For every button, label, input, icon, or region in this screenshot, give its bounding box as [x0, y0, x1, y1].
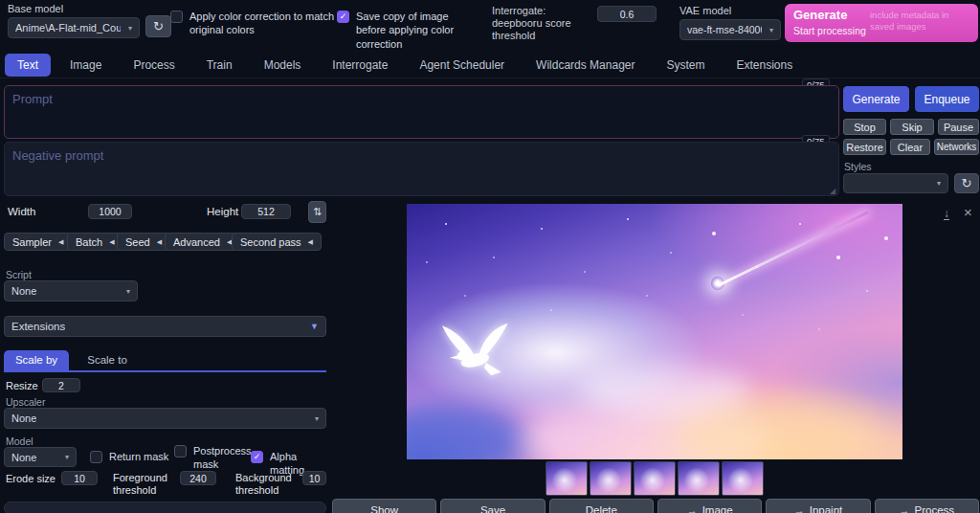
gallery-thumbnail[interactable] [634, 461, 676, 496]
restore-button[interactable]: Restore [843, 139, 886, 155]
advanced-section-toggle[interactable]: Advanced ◀ [165, 233, 240, 251]
generate-main-overlay-hint: include metadata in saved images [870, 10, 975, 33]
height-input[interactable] [241, 204, 291, 219]
collapsed-panel[interactable] [4, 502, 326, 513]
stars-decoration [407, 204, 409, 206]
send-to-icon: → [900, 504, 910, 513]
download-image-icon[interactable]: ↓ [944, 208, 949, 220]
send-to-inpaint-button[interactable]: → Inpaint [766, 499, 870, 513]
tab-interrogate[interactable]: Interrogate [320, 54, 400, 77]
refresh-styles-button[interactable]: ↻ [954, 173, 979, 193]
script-dropdown[interactable]: None ▾ [4, 280, 138, 301]
save-copy-label: Save copy of image before applying color… [356, 10, 480, 51]
chevron-down-icon: ▾ [126, 287, 130, 296]
extensions-section-label: Extensions [11, 321, 65, 332]
checkbox-box-icon [170, 11, 183, 23]
interrogate-threshold-input[interactable] [597, 6, 657, 22]
send-to-image-button[interactable]: → Image [657, 499, 762, 513]
scale-to-tab[interactable]: Scale to [75, 350, 140, 370]
tab-agent-scheduler[interactable]: Agent Scheduler [407, 54, 517, 77]
stop-button[interactable]: Stop [843, 119, 886, 135]
background-threshold-input[interactable] [302, 471, 326, 485]
erode-size-input[interactable] [61, 471, 98, 485]
delete-button[interactable]: Delete [549, 499, 654, 513]
scale-tabs-underline [4, 370, 326, 372]
generated-image-preview[interactable] [407, 204, 902, 459]
swap-dimensions-button[interactable]: ⇅ [308, 201, 326, 223]
styles-dropdown[interactable]: ▾ [843, 173, 948, 193]
seed-section-label: Seed [125, 236, 150, 248]
generate-button[interactable]: Generate [843, 86, 909, 112]
show-label: Show [370, 504, 398, 513]
width-label: Width [8, 206, 35, 219]
return-mask-checkbox[interactable]: Return mask [90, 450, 172, 463]
upscaler-value: None [11, 413, 36, 424]
networks-button[interactable]: Networks [934, 139, 979, 155]
tab-image[interactable]: Image [57, 54, 114, 77]
show-button[interactable]: Show [332, 499, 436, 513]
width-input[interactable] [88, 204, 132, 219]
tab-system[interactable]: System [654, 54, 717, 77]
vae-field: VAE model vae-ft-mse-840000-ema-p ▾ [679, 5, 781, 40]
send-to-icon: → [794, 504, 805, 513]
generate-main-button[interactable]: Generate Start processing include metada… [785, 4, 978, 42]
prompt-input[interactable] [4, 85, 839, 139]
model-dropdown[interactable]: None ▾ [4, 447, 77, 467]
pause-button[interactable]: Pause [938, 119, 979, 135]
vae-dropdown[interactable]: vae-ft-mse-840000-ema-p ▾ [679, 19, 781, 40]
tab-models[interactable]: Models [252, 54, 314, 77]
refresh-model-button[interactable]: ↻ [145, 15, 171, 37]
send-to-process-button[interactable]: → Process [875, 499, 979, 513]
checkbox-box-icon [90, 451, 102, 463]
expand-down-icon: ▼ [310, 322, 319, 331]
send-to-icon: → [687, 504, 698, 513]
tab-text[interactable]: Text [5, 54, 51, 77]
negative-prompt-input[interactable] [4, 142, 839, 196]
gallery-thumbnail[interactable] [722, 461, 764, 496]
batch-section-label: Batch [76, 236, 102, 248]
enqueue-button[interactable]: Enqueue [915, 86, 979, 112]
postprocess-mask-label: Postprocess mask [193, 444, 252, 472]
skip-button[interactable]: Skip [890, 119, 934, 135]
resize-input[interactable] [42, 378, 80, 392]
base-model-dropdown[interactable]: Anime\A-Flat-mid_Counte ▾ [8, 17, 140, 38]
upscaler-dropdown[interactable]: None ▾ [4, 408, 326, 429]
scale-by-tab[interactable]: Scale by [4, 350, 69, 370]
foreground-threshold-input[interactable] [180, 471, 216, 485]
second-pass-section-toggle[interactable]: Second pass ◀ [232, 233, 322, 251]
close-preview-icon[interactable]: × [964, 204, 972, 220]
batch-section-toggle[interactable]: Batch ◀ [67, 233, 123, 251]
collapse-left-icon: ◀ [109, 238, 114, 246]
save-copy-checkbox[interactable]: ✓ Save copy of image before applying col… [337, 10, 480, 51]
interrogate-threshold-label: Interrogate: deepbooru score threshold [492, 5, 593, 43]
chevron-down-icon: ▾ [937, 179, 941, 188]
tab-train[interactable]: Train [194, 54, 245, 77]
resize-label: Resize [6, 380, 38, 392]
extensions-section-toggle[interactable]: Extensions ▼ [4, 316, 326, 337]
cloud-shape [580, 366, 752, 413]
clear-button[interactable]: Clear [890, 139, 930, 155]
delete-label: Delete [586, 504, 617, 513]
tab-process[interactable]: Process [121, 54, 187, 77]
seed-section-toggle[interactable]: Seed ◀ [117, 233, 170, 251]
generate-main-title: Generate [793, 8, 847, 22]
gallery-thumbnail[interactable] [590, 461, 632, 496]
postprocess-mask-checkbox[interactable]: Postprocess mask [174, 444, 247, 472]
color-correction-checkbox[interactable]: Apply color correction to match original… [170, 10, 341, 37]
tab-wildcards-manager[interactable]: Wildcards Manager [523, 54, 647, 77]
main-tab-bar: Text Image Process Train Models Interrog… [0, 53, 980, 78]
model-label: Model [6, 435, 33, 448]
base-model-label: Base model [8, 3, 140, 15]
gallery-action-bar: Show Save Delete → Image → Inpaint → Pro… [332, 499, 979, 513]
tab-extensions[interactable]: Extensions [724, 54, 806, 77]
refresh-icon: ↻ [153, 19, 164, 33]
dove-icon [435, 311, 520, 388]
sampler-section-toggle[interactable]: Sampler ◀ [4, 233, 72, 251]
color-correction-label: Apply color correction to match original… [189, 10, 341, 37]
gallery-thumbnail[interactable] [546, 461, 588, 496]
background-threshold-label: Background threshold [235, 472, 301, 497]
base-model-field: Base model Anime\A-Flat-mid_Counte ▾ [8, 3, 140, 38]
collapse-left-icon: ◀ [157, 238, 162, 246]
gallery-thumbnail[interactable] [678, 461, 720, 496]
save-button[interactable]: Save [440, 499, 545, 513]
